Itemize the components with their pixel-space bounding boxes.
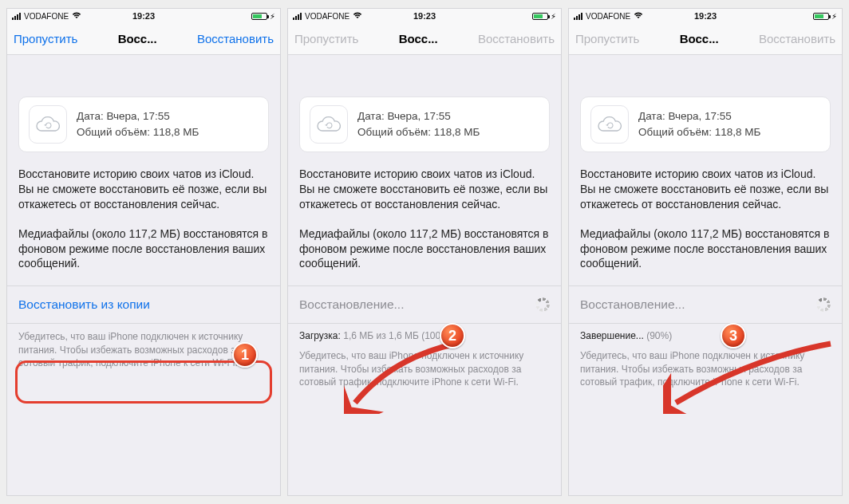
signal-icon (293, 13, 302, 20)
wifi-power-hint: Убедитесь, что ваш iPhone подключен к ис… (299, 343, 550, 388)
restore-nav-button: Восстановить (478, 32, 555, 45)
restore-nav-button[interactable]: Восстановить (197, 32, 274, 45)
nav-bar: Пропустить Восс... Восстановить (569, 23, 842, 55)
carrier-name: VODAFONE (305, 12, 349, 21)
restore-desc-2: Медиафайлы (около 117,2 МБ) восстановятс… (580, 226, 831, 272)
step-badge-3: 3 (721, 323, 746, 348)
charging-icon: ⚡︎ (551, 12, 556, 21)
spinner-icon (816, 297, 831, 312)
nav-bar: Пропустить Восс... Восстановить (7, 23, 280, 55)
restoring-row: Восстановление... (569, 285, 842, 324)
backup-date: Дата: Вчера, 17:55 (357, 108, 480, 124)
wifi-icon (72, 11, 81, 21)
backup-date: Дата: Вчера, 17:55 (638, 108, 760, 124)
restore-desc-1: Восстановите историю своих чатов из iClo… (299, 167, 550, 212)
cloud-refresh-icon (310, 105, 348, 144)
nav-title: Восс... (680, 32, 719, 45)
backup-info-card: Дата: Вчера, 17:55 Общий объём: 118,8 МБ (18, 96, 269, 152)
status-time: 19:23 (132, 11, 155, 21)
restore-label: Восстановить из копии (18, 297, 150, 312)
nav-bar: Пропустить Восс... Восстановить (288, 23, 561, 55)
phone-3: VODAFONE 19:23 ⚡︎ Пропустить Восс... Вос… (568, 8, 843, 496)
backup-size: Общий объём: 118,8 МБ (77, 124, 199, 140)
download-progress: Загрузка: 1,6 МБ из 1,6 МБ (100%) (299, 324, 550, 343)
spinner-icon (535, 297, 550, 312)
backup-date: Дата: Вчера, 17:55 (77, 108, 199, 124)
finishing-progress: Завершение... (90%) (580, 324, 831, 343)
restore-from-copy-button[interactable]: Восстановить из копии (7, 285, 280, 324)
backup-info-card: Дата: Вчера, 17:55 Общий объём: 118,8 МБ (299, 96, 550, 152)
nav-title: Восс... (399, 32, 438, 45)
cloud-refresh-icon (29, 105, 67, 144)
status-bar: VODAFONE 19:23 ⚡︎ (569, 9, 842, 23)
backup-info-card: Дата: Вчера, 17:55 Общий объём: 118,8 МБ (580, 96, 831, 152)
wifi-icon (634, 11, 643, 21)
restore-desc-2: Медиафайлы (около 117,2 МБ) восстановятс… (18, 226, 269, 272)
cloud-refresh-icon (590, 105, 629, 144)
status-bar: VODAFONE 19:23 ⚡︎ (7, 9, 280, 23)
restore-desc-2: Медиафайлы (около 117,2 МБ) восстановятс… (299, 226, 550, 272)
battery-icon (532, 13, 548, 20)
signal-icon (574, 13, 582, 20)
battery-icon (813, 13, 829, 20)
step-badge-2: 2 (440, 323, 465, 348)
carrier-name: VODAFONE (586, 12, 630, 21)
phone-2: VODAFONE 19:23 ⚡︎ Пропустить Восс... Вос… (287, 8, 562, 496)
carrier-name: VODAFONE (24, 12, 69, 21)
restore-desc-1: Восстановите историю своих чатов из iClo… (580, 167, 831, 212)
charging-icon: ⚡︎ (270, 12, 275, 21)
restore-nav-button: Восстановить (759, 32, 835, 45)
charging-icon: ⚡︎ (831, 12, 837, 21)
backup-size: Общий объём: 118,8 МБ (638, 124, 760, 140)
skip-button: Пропустить (575, 32, 639, 45)
battery-icon (251, 13, 267, 20)
wifi-power-hint: Убедитесь, что ваш iPhone подключен к ис… (580, 343, 831, 388)
status-bar: VODAFONE 19:23 ⚡︎ (288, 9, 561, 23)
skip-button: Пропустить (294, 32, 358, 45)
nav-title: Восс... (118, 32, 157, 45)
phone-1: VODAFONE 19:23 ⚡︎ Пропустить Восс... Вос… (6, 8, 281, 496)
status-time: 19:23 (413, 11, 436, 21)
restore-label: Восстановление... (580, 297, 685, 312)
step-badge-1: 1 (232, 342, 258, 368)
backup-size: Общий объём: 118,8 МБ (357, 124, 480, 140)
restore-desc-1: Восстановите историю своих чатов из iClo… (18, 167, 269, 212)
restoring-row: Восстановление... (288, 285, 561, 324)
wifi-icon (353, 11, 362, 21)
highlight-box (15, 360, 272, 404)
signal-icon (12, 13, 21, 20)
skip-button[interactable]: Пропустить (14, 32, 77, 45)
restore-label: Восстановление... (299, 297, 405, 312)
status-time: 19:23 (694, 11, 717, 21)
